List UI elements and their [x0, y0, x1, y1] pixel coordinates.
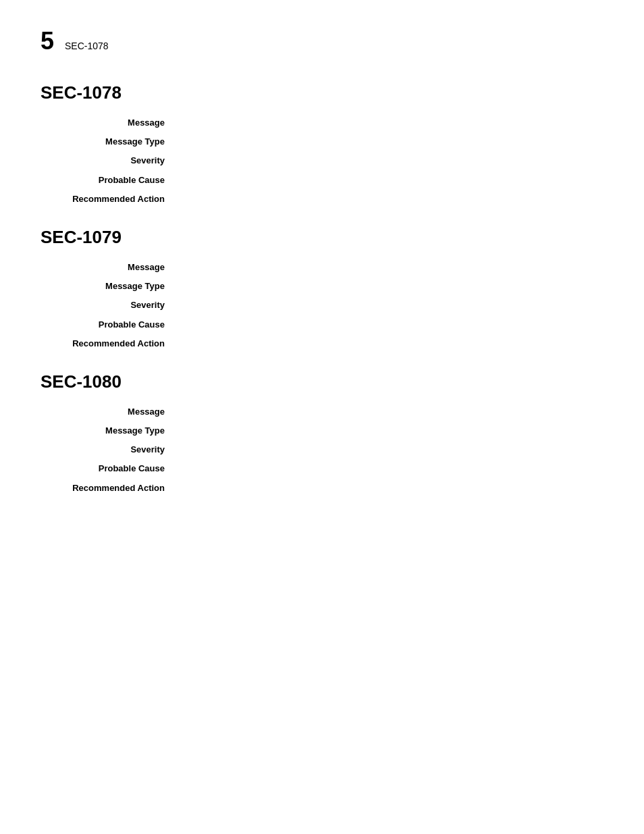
field-label: Recommended Action: [41, 193, 176, 205]
page-number: 5: [41, 27, 54, 55]
field-label: Recommended Action: [41, 338, 176, 350]
field-label: Recommended Action: [41, 482, 176, 494]
field-label: Message Type: [41, 280, 176, 292]
field-label: Severity: [41, 155, 176, 167]
field-row: Message Type: [41, 136, 603, 148]
field-row: Message Type: [41, 425, 603, 437]
field-label: Message Type: [41, 136, 176, 148]
field-row: Probable Cause: [41, 174, 603, 186]
sections-container: SEC-1078MessageMessage TypeSeverityProba…: [41, 82, 603, 494]
field-label: Message: [41, 406, 176, 418]
field-row: Severity: [41, 444, 603, 456]
section-title-sec-1078: SEC-1078: [41, 82, 603, 103]
field-row: Severity: [41, 155, 603, 167]
field-label: Message: [41, 117, 176, 129]
field-row: Severity: [41, 299, 603, 311]
field-row: Message: [41, 406, 603, 418]
field-row: Message: [41, 261, 603, 273]
field-row: Recommended Action: [41, 338, 603, 350]
field-row: Probable Cause: [41, 463, 603, 475]
field-label: Probable Cause: [41, 319, 176, 331]
field-label: Severity: [41, 299, 176, 311]
field-label: Message: [41, 261, 176, 273]
field-row: Message: [41, 117, 603, 129]
field-label: Severity: [41, 444, 176, 456]
section-sec-1080: SEC-1080MessageMessage TypeSeverityProba…: [41, 371, 603, 494]
field-label: Probable Cause: [41, 463, 176, 475]
section-sec-1079: SEC-1079MessageMessage TypeSeverityProba…: [41, 227, 603, 350]
field-row: Recommended Action: [41, 482, 603, 494]
page-subtitle: SEC-1078: [65, 41, 109, 51]
section-sec-1078: SEC-1078MessageMessage TypeSeverityProba…: [41, 82, 603, 205]
field-label: Probable Cause: [41, 174, 176, 186]
section-title-sec-1079: SEC-1079: [41, 227, 603, 248]
field-row: Message Type: [41, 280, 603, 292]
field-label: Message Type: [41, 425, 176, 437]
field-row: Recommended Action: [41, 193, 603, 205]
section-title-sec-1080: SEC-1080: [41, 371, 603, 392]
page-header: 5 SEC-1078: [41, 27, 603, 55]
field-row: Probable Cause: [41, 319, 603, 331]
